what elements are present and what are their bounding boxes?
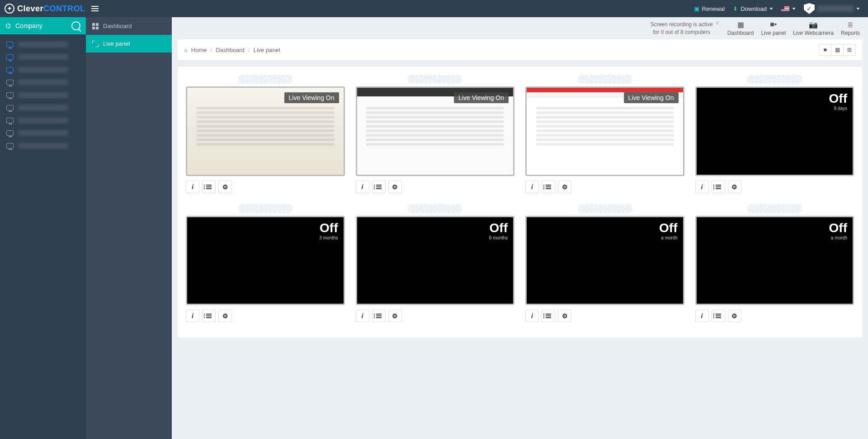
computer-item[interactable] — [0, 76, 86, 89]
computer-item[interactable] — [0, 38, 86, 51]
settings-button[interactable]: ⚙ — [558, 310, 571, 322]
camera-icon: ■• — [769, 21, 778, 28]
panel-actions: i⚙ — [186, 310, 345, 322]
info-button[interactable]: i — [356, 181, 369, 193]
info-button[interactable]: i — [695, 181, 709, 193]
off-label: Off — [829, 91, 847, 106]
settings-button[interactable]: ⚙ — [728, 310, 741, 322]
view-2x2-button[interactable]: ▦ — [831, 44, 844, 56]
list-button[interactable] — [202, 310, 216, 322]
nav-dashboard[interactable]: Dashboard — [86, 17, 172, 35]
list-button[interactable] — [202, 181, 216, 193]
renewal-label: Renewal — [702, 5, 725, 12]
screen-thumbnail[interactable]: Live Viewing On — [356, 86, 515, 176]
logo[interactable]: ✦ CleverCONTROL — [0, 0, 86, 17]
download-dropdown[interactable]: ⬇ Download — [733, 5, 773, 12]
dashboard-icon — [92, 23, 99, 29]
list-button[interactable] — [712, 181, 725, 193]
settings-button[interactable]: ⚙ — [218, 310, 232, 322]
view-single-button[interactable]: ■ — [819, 44, 831, 56]
info-button[interactable]: i — [186, 181, 199, 193]
info-button[interactable]: i — [186, 310, 199, 322]
dashboard-icon: ▦ — [736, 21, 745, 28]
toolbar-live-webcamera[interactable]: 📷 Live Webcamera — [793, 21, 834, 36]
hamburger-icon — [91, 6, 99, 11]
info-icon: i — [701, 312, 703, 320]
list-button[interactable] — [542, 181, 555, 193]
screen-thumbnail[interactable]: Offa month — [525, 216, 684, 305]
home-icon: ⌂ — [184, 47, 188, 53]
list-button[interactable] — [542, 310, 555, 322]
panel-label — [578, 75, 632, 84]
panel-label — [238, 204, 292, 213]
gear-icon: ⚙ — [562, 183, 568, 191]
panel-item: Live Viewing Oni⚙ — [356, 75, 515, 193]
company-label: Company — [15, 22, 42, 29]
settings-button[interactable]: ⚙ — [558, 181, 571, 193]
screen-thumbnail[interactable]: Off3 months — [186, 216, 345, 305]
info-icon: i — [362, 312, 363, 320]
computer-item[interactable] — [0, 89, 86, 101]
settings-button[interactable]: ⚙ — [388, 310, 402, 322]
off-duration: 6 months — [489, 235, 508, 240]
chevron-down-icon — [769, 8, 773, 10]
computer-item[interactable] — [0, 127, 86, 139]
computer-list — [0, 34, 86, 152]
panel-label — [747, 204, 802, 213]
panel-actions: i⚙ — [695, 310, 854, 322]
off-label: Off — [490, 221, 508, 235]
computer-label — [18, 105, 68, 110]
toolbar-reports[interactable]: ≣ Reports — [841, 21, 860, 36]
screen-thumbnail[interactable]: Off6 months — [356, 216, 515, 305]
breadcrumb-home[interactable]: Home — [191, 47, 207, 53]
screen-thumbnail[interactable]: Live Viewing On — [186, 86, 345, 176]
flag-icon — [781, 6, 789, 11]
info-icon: i — [192, 183, 193, 191]
user-dropdown[interactable]: ✓ — [804, 3, 860, 14]
nav-live-panel[interactable]: Live panel — [86, 35, 172, 52]
panel-actions: i⚙ — [356, 310, 515, 322]
user-label — [817, 5, 854, 12]
computer-item[interactable] — [0, 114, 86, 127]
computer-label — [18, 118, 68, 123]
computer-item[interactable] — [0, 51, 86, 63]
settings-button[interactable]: ⚙ — [728, 181, 741, 193]
close-icon[interactable]: × — [716, 19, 719, 28]
toolbar: × Screen recording is active for 0 out o… — [177, 17, 863, 38]
monitor-icon — [6, 67, 14, 72]
list-button[interactable] — [372, 181, 386, 193]
info-button[interactable]: i — [695, 310, 709, 322]
menu-toggle-button[interactable] — [86, 0, 104, 17]
info-button[interactable]: i — [356, 310, 369, 322]
computer-item[interactable] — [0, 63, 86, 76]
gear-icon: ⚙ — [392, 312, 398, 320]
toolbar-live-panel[interactable]: ■• Live panel — [761, 21, 786, 36]
info-button[interactable]: i — [525, 310, 539, 322]
settings-button[interactable]: ⚙ — [218, 181, 232, 193]
monitor-icon — [6, 92, 14, 98]
screen-thumbnail[interactable]: Offa month — [695, 216, 854, 305]
toolbar-dashboard[interactable]: ▦ Dashboard — [727, 21, 754, 36]
off-label: Off — [659, 221, 677, 235]
renewal-link[interactable]: ▣ Renewal — [694, 5, 725, 12]
computer-label — [18, 130, 68, 136]
computer-item[interactable] — [0, 139, 86, 152]
language-dropdown[interactable] — [781, 6, 796, 11]
breadcrumb-dashboard[interactable]: Dashboard — [216, 47, 245, 53]
chevron-down-icon — [792, 8, 796, 10]
list-button[interactable] — [372, 310, 386, 322]
view-3x3-button[interactable]: ⊞ — [843, 44, 856, 56]
chevron-down-icon — [856, 8, 860, 10]
screen-thumbnail[interactable]: Live Viewing On — [525, 86, 684, 176]
monitor-icon — [6, 80, 14, 85]
webcam-icon: 📷 — [809, 21, 818, 28]
info-button[interactable]: i — [525, 181, 539, 193]
panel-item: Offa monthi⚙ — [695, 204, 854, 323]
settings-button[interactable]: ⚙ — [388, 181, 402, 193]
company-header[interactable]: ⌬ Company — [0, 17, 86, 34]
panel-label — [747, 75, 802, 84]
screen-thumbnail[interactable]: Off9 days — [695, 86, 854, 176]
list-button[interactable] — [712, 310, 725, 322]
computer-item[interactable] — [0, 101, 86, 114]
search-icon[interactable] — [71, 21, 80, 30]
